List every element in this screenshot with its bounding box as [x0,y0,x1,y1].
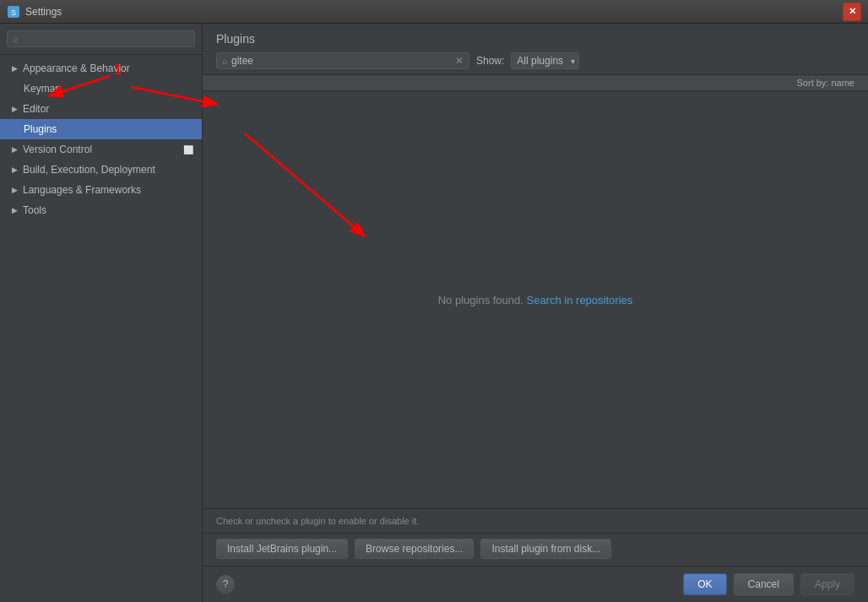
plugin-search-wrap[interactable]: ⌕ ✕ [216,52,469,69]
sidebar-item-editor[interactable]: ▶ Editor [0,99,202,119]
help-button[interactable]: ? [216,575,235,594]
content-footer: Check or uncheck a plugin to enable or d… [203,508,868,533]
window-title: Settings [25,6,843,18]
bottom-buttons-area: Install JetBrains plugin... Browse repos… [203,533,868,566]
sidebar-item-plugins[interactable]: Plugins [0,119,202,139]
sidebar-search-area: ⌕ [0,24,202,55]
plugins-toolbar: ⌕ ✕ Show: All plugins Enabled Disabled B… [216,52,854,69]
search-clear-button[interactable]: ✕ [455,55,464,67]
install-jetbrains-button[interactable]: Install JetBrains plugin... [216,539,348,559]
footer-info-text: Check or uncheck a plugin to enable or d… [216,516,419,526]
content-area: Plugins ⌕ ✕ Show: All plugins Enabled Di… [203,24,868,602]
sidebar-item-keymap[interactable]: Keymap [0,79,202,99]
sidebar-item-label: Appearance & Behavior [23,62,130,74]
sidebar-item-tools[interactable]: ▶ Tools [0,200,202,220]
sort-label[interactable]: Sort by: name [797,78,854,88]
chevron-icon: ▶ [12,206,18,214]
install-from-disk-button[interactable]: Install plugin from disk... [480,539,611,559]
sidebar-item-label: Editor [23,103,49,115]
version-control-extra-icon: ⬜ [183,145,193,155]
ok-button[interactable]: OK [683,573,726,595]
sidebar-item-label: Keymap [24,83,61,95]
show-dropdown[interactable]: All plugins Enabled Disabled Bundled Cus… [511,52,579,69]
chevron-icon: ▶ [12,105,18,113]
content-header: Plugins ⌕ ✕ Show: All plugins Enabled Di… [203,24,868,75]
no-plugins-text: No plugins found. [438,294,524,306]
app-icon: S [7,5,20,19]
plugin-list-area: No plugins found. Search in repositories [203,91,868,508]
cancel-button[interactable]: Cancel [734,573,794,595]
close-button[interactable]: ✕ [843,3,861,21]
titlebar: S Settings ✕ [0,0,868,24]
sidebar-item-label: Languages & Frameworks [23,184,141,196]
sort-bar: Sort by: name [203,75,868,91]
sidebar-item-label: Version Control [23,144,92,155]
chevron-icon: ▶ [12,64,18,73]
show-label: Show: [476,55,504,67]
sidebar-search-input[interactable] [22,33,189,45]
sidebar-search-wrap[interactable]: ⌕ [7,30,195,47]
plugin-search-icon: ⌕ [222,56,228,66]
chevron-icon: ▶ [12,165,18,174]
sidebar-item-label: Build, Execution, Deployment [23,164,155,176]
sidebar: ⌕ ▶ Appearance & Behavior Keymap ▶ Edito… [0,24,203,602]
sidebar-item-appearance[interactable]: ▶ Appearance & Behavior [0,58,202,79]
no-plugins-message: No plugins found. Search in repositories [438,294,633,306]
sidebar-items-list: ▶ Appearance & Behavior Keymap ▶ Editor … [0,55,202,602]
apply-button[interactable]: Apply [800,573,854,595]
svg-text:S: S [11,8,16,17]
dialog-footer: ? OK Cancel Apply [203,566,868,602]
sidebar-search-icon: ⌕ [13,34,19,44]
plugin-search-input[interactable] [231,55,452,67]
sidebar-item-label: Plugins [24,123,57,135]
chevron-icon: ▶ [12,145,18,154]
chevron-icon: ▶ [12,186,18,194]
sidebar-item-label: Tools [23,204,46,216]
show-dropdown-wrap[interactable]: All plugins Enabled Disabled Bundled Cus… [511,52,579,69]
sidebar-item-build[interactable]: ▶ Build, Execution, Deployment [0,160,202,180]
main-layout: ⌕ ▶ Appearance & Behavior Keymap ▶ Edito… [0,24,868,602]
sidebar-item-languages[interactable]: ▶ Languages & Frameworks [0,180,202,200]
sidebar-item-version-control[interactable]: ▶ Version Control ⬜ [0,139,202,160]
search-in-repositories-link[interactable]: Search in repositories [527,294,633,306]
browse-repositories-button[interactable]: Browse repositories... [355,539,474,559]
content-title: Plugins [216,32,854,46]
